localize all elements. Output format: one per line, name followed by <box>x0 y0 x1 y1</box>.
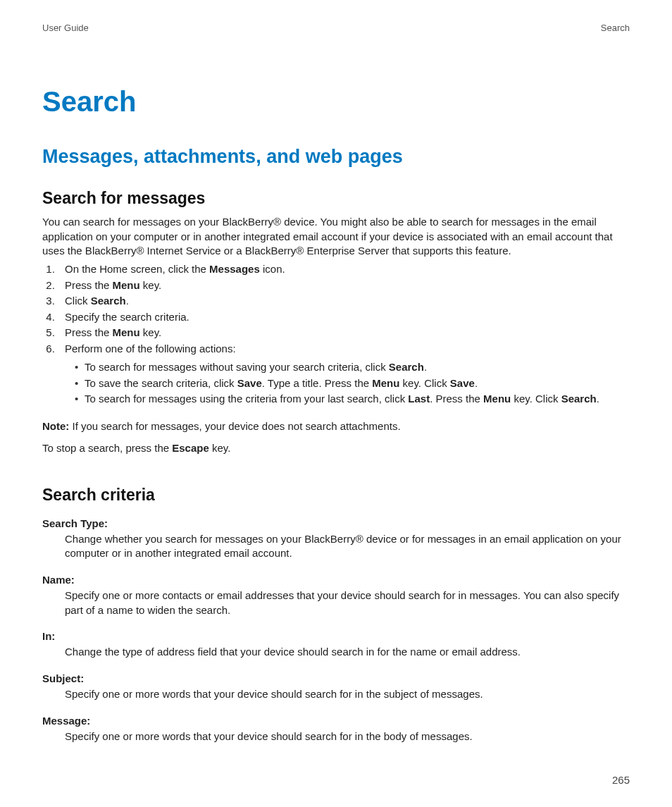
step-1: On the Home screen, click the Messages i… <box>58 261 630 278</box>
page-title: Search <box>42 86 630 118</box>
criteria-label: Name: <box>42 574 630 586</box>
substep-3: To search for messages using the criteri… <box>77 391 630 407</box>
subsection-search-criteria: Search criteria <box>42 486 630 505</box>
step-4: Specify the search criteria. <box>58 309 630 326</box>
criteria-search-type: Search Type: Change whether you search f… <box>42 517 630 561</box>
page-header: User Guide Search <box>42 23 630 33</box>
document-page: User Guide Search Search Messages, attac… <box>0 0 672 807</box>
criteria-in: In: Change the type of address field tha… <box>42 630 630 660</box>
page-number: 265 <box>612 774 630 786</box>
substep-2: To save the search criteria, click Save.… <box>77 376 630 392</box>
criteria-desc: Specify one or more contacts or email ad… <box>65 589 630 617</box>
step-3: Click Search. <box>58 293 630 309</box>
criteria-desc: Specify one or more words that your devi… <box>65 687 630 702</box>
note-line: Note: If you search for messages, your d… <box>42 420 630 432</box>
steps-list: On the Home screen, click the Messages i… <box>42 261 630 407</box>
criteria-subject: Subject: Specify one or more words that … <box>42 672 630 702</box>
intro-paragraph: You can search for messages on your Blac… <box>42 215 630 259</box>
criteria-label: In: <box>42 630 630 642</box>
criteria-name: Name: Specify one or more contacts or em… <box>42 574 630 617</box>
substep-1: To search for messages without saving yo… <box>77 359 630 376</box>
criteria-label: Message: <box>42 715 630 727</box>
step-6-sublist: To search for messages without saving yo… <box>65 359 630 407</box>
step-5: Press the Menu key. <box>58 325 630 341</box>
criteria-label: Search Type: <box>42 517 630 529</box>
criteria-desc: Specify one or more words that your devi… <box>65 729 630 744</box>
criteria-desc: Change whether you search for messages o… <box>65 532 630 561</box>
step-2: Press the Menu key. <box>58 278 630 294</box>
criteria-desc: Change the type of address field that yo… <box>65 645 630 660</box>
stop-line: To stop a search, press the Escape key. <box>42 442 630 454</box>
header-right: Search <box>601 23 630 33</box>
subsection-search-for-messages: Search for messages <box>42 189 630 208</box>
criteria-message: Message: Specify one or more words that … <box>42 715 630 744</box>
criteria-label: Subject: <box>42 672 630 684</box>
header-left: User Guide <box>42 23 89 33</box>
section-heading: Messages, attachments, and web pages <box>42 146 630 168</box>
step-6: Perform one of the following actions: To… <box>58 341 630 407</box>
